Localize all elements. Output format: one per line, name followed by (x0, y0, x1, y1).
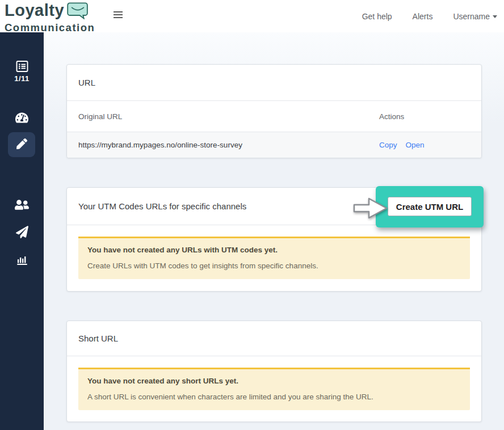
header-links: Get help Alerts Username (362, 0, 497, 32)
pencil-icon (16, 138, 27, 151)
app-header: Loyalty Communication Get help Alerts Us… (0, 0, 504, 32)
utm-empty-alert: You have not created any URLs with UTM c… (78, 237, 470, 279)
sidebar-item-surveys[interactable] (0, 60, 44, 75)
short-url-alert-title: You have not created any short URLs yet. (87, 377, 461, 385)
sidebar-item-dashboard[interactable] (0, 111, 44, 127)
get-help-link[interactable]: Get help (362, 12, 392, 21)
alerts-link[interactable]: Alerts (413, 12, 433, 21)
send-icon (16, 226, 28, 241)
copy-link[interactable]: Copy (379, 141, 397, 149)
original-url-value: https://mybrand.mypages.no/online-store-… (78, 141, 379, 149)
column-original-url: Original URL (78, 112, 379, 121)
sidebar-nav: 1/11 (0, 32, 44, 430)
sidebar-item-send[interactable] (0, 226, 44, 241)
utm-alert-title: You have not created any URLs with UTM c… (87, 246, 461, 254)
sidebar-item-statistics[interactable] (0, 254, 44, 269)
short-url-card-title: Short URL (67, 321, 481, 356)
sidebar-item-contacts[interactable] (0, 199, 44, 213)
open-link[interactable]: Open (406, 141, 425, 149)
menu-toggle-icon[interactable] (113, 11, 123, 20)
speech-bubble-icon (67, 2, 89, 22)
url-table-header: Original URL Actions (67, 101, 481, 132)
username-label: Username (453, 12, 490, 21)
users-icon (15, 199, 29, 213)
url-table-row: https://mybrand.mypages.no/online-store-… (67, 132, 481, 158)
survey-list-icon (15, 60, 29, 75)
utm-alert-body: Create URLs with UTM codes to get insigh… (87, 262, 461, 270)
sidebar-item-editor-active[interactable] (8, 132, 35, 157)
username-menu[interactable]: Username (453, 12, 497, 21)
short-url-card: Short URL You have not created any short… (66, 321, 482, 422)
logo-text-line1: Loyalty (5, 2, 64, 19)
chart-icon (16, 254, 28, 269)
survey-counter-badge: 1/11 (0, 74, 44, 83)
main-content: URL Original URL Actions https://mybrand… (44, 32, 504, 430)
column-actions: Actions (379, 112, 470, 121)
url-card-title: URL (67, 65, 481, 101)
url-card: URL Original URL Actions https://mybrand… (66, 64, 482, 158)
logo-text-line2: Communication (5, 22, 95, 33)
short-url-empty-alert: You have not created any short URLs yet.… (78, 368, 470, 410)
short-url-alert-body: A short URL is convenient when character… (87, 393, 461, 401)
create-utm-url-button[interactable]: Create UTM URL (388, 197, 472, 216)
app-logo[interactable]: Loyalty Communication (5, 2, 95, 33)
chevron-down-icon (493, 15, 497, 18)
dashboard-icon (15, 111, 28, 127)
